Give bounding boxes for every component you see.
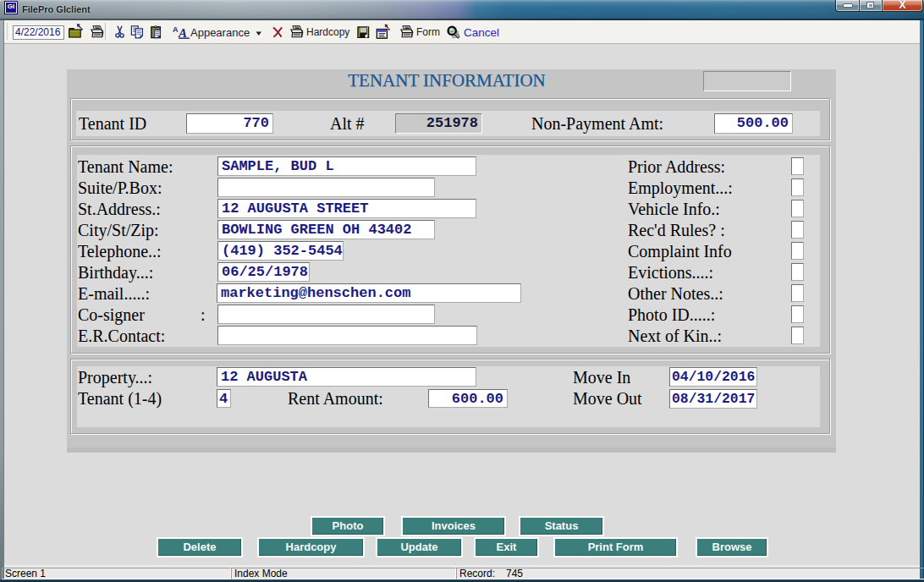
svg-text:A: A [173,25,179,34]
svg-text:A: A [178,26,187,39]
